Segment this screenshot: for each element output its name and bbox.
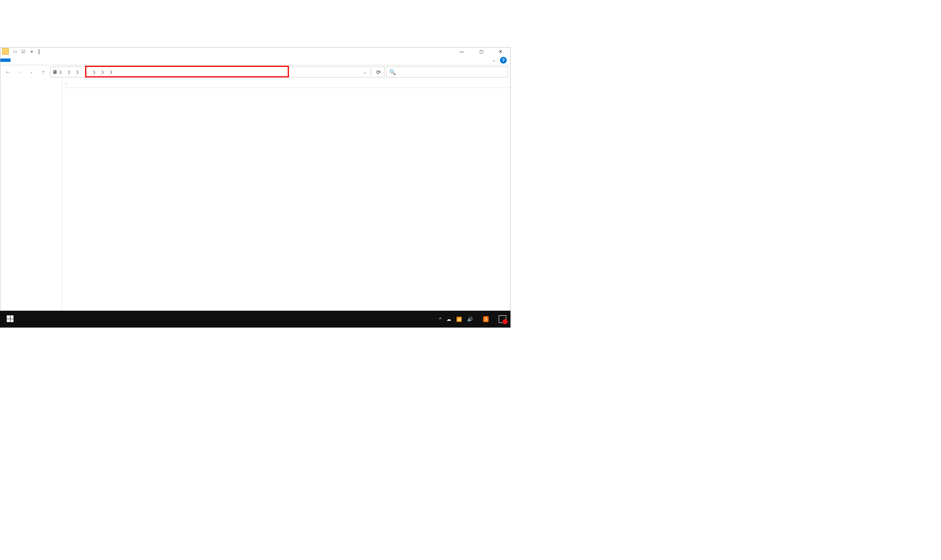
address-dropdown-icon[interactable]: ⌄: [361, 70, 369, 75]
ribbon-expand-icon[interactable]: ⌄: [492, 58, 496, 62]
system-tray: ^ ☁ 📶 🔊 S: [435, 315, 511, 323]
tray-chevron-up-icon[interactable]: ^: [439, 317, 441, 322]
body: ^: [0, 79, 510, 310]
chevron-right-icon: ❯: [99, 70, 106, 74]
nav-recent-dropdown[interactable]: ⌄: [27, 67, 37, 77]
chevron-right-icon: ❯: [66, 70, 72, 74]
notif-badge: [503, 319, 508, 324]
quick-access-toolbar: ▭ ☑ ▾: [11, 48, 35, 55]
col-name[interactable]: ^: [62, 80, 180, 86]
windows-logo-icon: [7, 315, 13, 322]
address-bar[interactable]: 🖥 ❯ ❯ ❯ ❯ ❯ ❯ ❯ ⌄: [50, 67, 371, 77]
notifications-button[interactable]: [499, 315, 506, 323]
chevron-right-icon: ❯: [108, 70, 115, 74]
refresh-button[interactable]: ⟳: [373, 67, 385, 77]
nav-pane[interactable]: [0, 79, 62, 310]
chevron-right-icon: ❯: [74, 70, 81, 74]
chevron-right-icon: ❯: [83, 70, 89, 74]
folder-icon: [2, 48, 9, 55]
search-input[interactable]: 🔍: [386, 67, 508, 77]
file-rows[interactable]: [62, 88, 510, 310]
search-icon: 🔍: [389, 69, 396, 75]
nav-forward-button[interactable]: →: [15, 67, 25, 77]
qa-checkbox-icon[interactable]: ☑: [20, 48, 27, 55]
chevron-right-icon: ❯: [91, 70, 98, 74]
ribbon-tabs: ⌄ ?: [0, 55, 510, 65]
file-listing: ^: [62, 79, 510, 310]
annotation-address-highlight: [85, 66, 289, 77]
column-headers: ^: [62, 79, 510, 88]
titlebar: ▭ ☑ ▾ | — ▢ ✕: [0, 48, 510, 55]
pc-icon: 🖥: [52, 69, 57, 75]
help-button[interactable]: ?: [500, 57, 507, 64]
tray-sogou-icon[interactable]: S: [483, 316, 489, 322]
sort-asc-icon: ^: [65, 82, 67, 86]
chevron-right-icon: ❯: [57, 70, 64, 74]
taskbar: ^ ☁ 📶 🔊 S: [0, 311, 511, 328]
tab-view[interactable]: [31, 59, 41, 62]
tab-share[interactable]: [21, 59, 31, 62]
qa-dropdown-icon[interactable]: ▾: [28, 48, 35, 55]
tray-network-icon[interactable]: 📶: [456, 317, 462, 322]
address-row: ← → ⌄ ↑ 🖥 ❯ ❯ ❯ ❯ ❯ ❯ ❯ ⌄ ⟳ 🔍: [0, 65, 510, 79]
tray-volume-icon[interactable]: 🔊: [467, 317, 473, 322]
nav-back-button[interactable]: ←: [3, 67, 13, 77]
qa-properties-icon[interactable]: ▭: [11, 48, 18, 55]
tab-file[interactable]: [0, 59, 11, 62]
start-button[interactable]: [0, 311, 20, 328]
tray-onedrive-icon[interactable]: ☁: [446, 317, 451, 322]
nav-up-button[interactable]: ↑: [38, 67, 48, 77]
explorer-window: ▭ ☑ ▾ | — ▢ ✕ ⌄ ? ← → ⌄ ↑ 🖥 ❯ ❯: [0, 47, 511, 320]
tab-home[interactable]: [11, 59, 21, 62]
